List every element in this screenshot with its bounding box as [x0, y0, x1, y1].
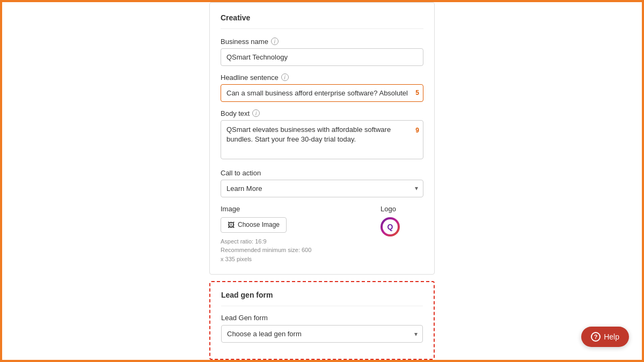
help-button[interactable]: ? Help [581, 327, 629, 347]
business-name-info-icon: i [271, 38, 279, 45]
creative-card-title: Creative [221, 13, 423, 29]
headline-char-count: 5 [415, 89, 419, 97]
logo-label: Logo [380, 205, 423, 213]
headline-input[interactable] [221, 84, 423, 102]
page-wrapper: Creative Business name i Headline senten… [2, 2, 642, 360]
creative-card: Creative Business name i Headline senten… [209, 2, 435, 275]
cta-label: Call to action [221, 169, 423, 177]
headline-wrapper: 5 [221, 84, 423, 102]
image-icon: 🖼 [228, 221, 235, 229]
business-name-field: Business name i [221, 38, 423, 66]
body-text-label: Body text i [221, 109, 423, 117]
business-name-label: Business name i [221, 38, 423, 46]
cta-select[interactable]: Learn More Sign Up Get Quote Subscribe D… [221, 180, 423, 197]
help-circle-icon: ? [591, 332, 601, 342]
image-logo-row: Image 🖼 Choose Image Aspect ratio: 16:9 … [221, 205, 423, 264]
logo-inner: Q [383, 219, 398, 234]
lead-gen-form-field: Lead Gen form Choose a lead gen form ▾ [221, 314, 423, 343]
headline-sentence-field: Headline sentence i 5 [221, 73, 423, 102]
lead-gen-title: Lead gen form [221, 291, 423, 306]
image-section: Image 🖼 Choose Image Aspect ratio: 16:9 … [221, 205, 364, 264]
logo-avatar: Q [380, 217, 400, 237]
headline-info-icon: i [281, 73, 289, 81]
image-label: Image [221, 205, 364, 213]
center-column: Creative Business name i Headline senten… [209, 2, 435, 360]
lead-gen-section: Lead gen form Lead Gen form Choose a lea… [209, 281, 435, 360]
body-text-input[interactable]: QSmart elevates businesses with affordab… [221, 120, 423, 159]
call-to-action-field: Call to action Learn More Sign Up Get Qu… [221, 169, 423, 197]
headline-label: Headline sentence i [221, 73, 423, 82]
image-hint: Aspect ratio: 16:9 Recommended minimum s… [221, 237, 364, 264]
body-text-info-icon: i [252, 109, 260, 117]
logo-section: Logo Q [380, 205, 423, 237]
lead-gen-select[interactable]: Choose a lead gen form [221, 325, 423, 343]
body-text-field: Body text i QSmart elevates businesses w… [221, 109, 423, 161]
choose-image-button[interactable]: 🖼 Choose Image [221, 217, 287, 233]
business-name-input[interactable] [221, 48, 423, 66]
cta-select-wrapper: Learn More Sign Up Get Quote Subscribe D… [221, 180, 423, 197]
logo-letter: Q [387, 223, 393, 231]
body-wrapper: QSmart elevates businesses with affordab… [221, 120, 423, 161]
lead-gen-form-label: Lead Gen form [221, 314, 423, 322]
lead-gen-select-wrapper: Choose a lead gen form ▾ [221, 325, 423, 343]
body-char-count: 9 [415, 127, 419, 134]
